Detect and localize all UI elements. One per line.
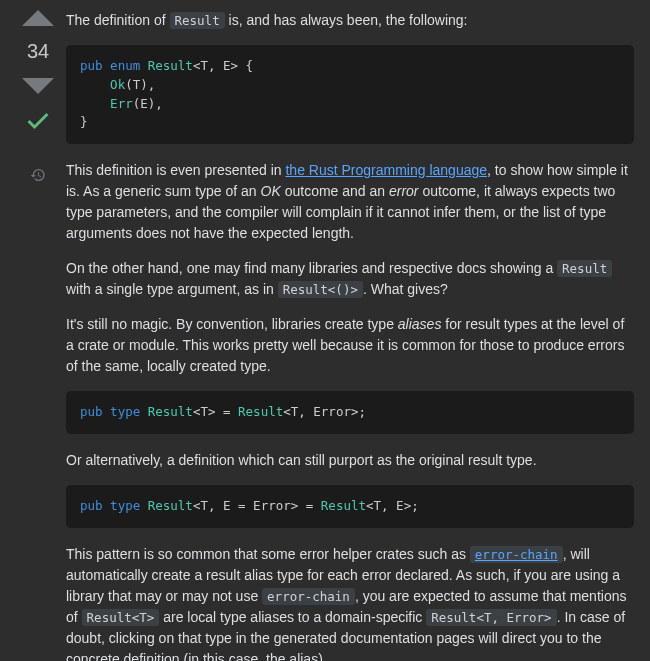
inline-code: Result<T, Error>: [426, 609, 556, 626]
downvote-button[interactable]: [22, 78, 54, 94]
paragraph: This definition is even presented in the…: [66, 160, 634, 244]
code-block: pub type Result<T, E = Error> = Result<T…: [66, 485, 634, 528]
paragraph: This pattern is so common that some erro…: [66, 544, 634, 662]
paragraph: The definition of Result is, and has alw…: [66, 10, 634, 31]
code-block: pub type Result<T> = Result<T, Error>;: [66, 391, 634, 434]
inline-code: Result<T>: [82, 609, 160, 626]
inline-code: Result: [170, 12, 225, 29]
code-block: pub enum Result<T, E> { Ok(T), Err(E), }: [66, 45, 634, 144]
paragraph: Or alternatively, a definition which can…: [66, 450, 634, 471]
error-chain-link[interactable]: error-chain: [470, 546, 563, 562]
inline-code: error-chain: [262, 588, 355, 605]
paragraph: On the other hand, one may find many lib…: [66, 258, 634, 300]
accepted-check-icon[interactable]: [24, 104, 52, 146]
vote-score: 34: [27, 36, 49, 66]
paragraph: It's still no magic. By convention, libr…: [66, 314, 634, 377]
answer-body: The definition of Result is, and has alw…: [60, 10, 634, 661]
rust-book-link[interactable]: the Rust Programming language: [285, 162, 487, 178]
inline-code: Result: [557, 260, 612, 277]
upvote-button[interactable]: [22, 10, 54, 26]
inline-code: Result<()>: [278, 281, 363, 298]
vote-column: 34: [16, 10, 60, 661]
history-icon[interactable]: [30, 166, 46, 190]
